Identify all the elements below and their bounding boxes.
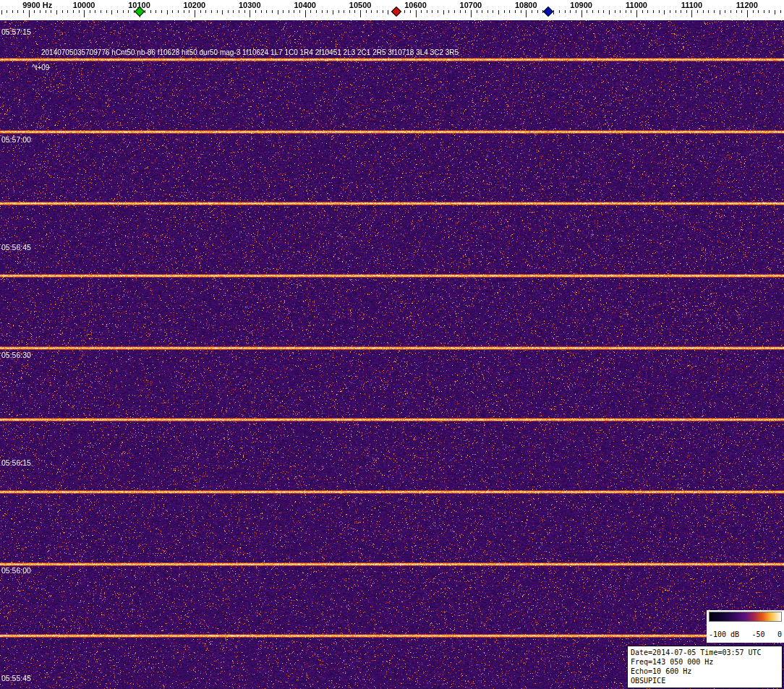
waterfall-area: 20140705035709776 hCnt50 nb-86 f10628 hi… xyxy=(0,20,784,689)
freq-tick-label: 10400 xyxy=(294,1,316,9)
freq-tick xyxy=(128,10,129,13)
colorbar-legend: -100 dB -50 0 xyxy=(707,610,784,643)
freq-tick xyxy=(349,10,350,13)
freq-tick xyxy=(338,10,339,13)
info-date-line: Date=2014-07-05 Time=03:57 UTC xyxy=(631,648,779,657)
freq-tick xyxy=(714,10,715,13)
freq-tick xyxy=(576,10,576,13)
freq-tick xyxy=(592,10,593,13)
freq-tick xyxy=(250,10,250,17)
colorbar-mid-label: -50 xyxy=(752,630,765,638)
freq-tick xyxy=(377,10,378,13)
freq-tick xyxy=(195,10,195,17)
freq-tick xyxy=(7,10,7,13)
freq-tick xyxy=(482,10,482,13)
freq-tick xyxy=(653,10,654,13)
freq-tick xyxy=(310,10,311,13)
freq-tick xyxy=(233,10,234,13)
freq-tick xyxy=(56,10,57,14)
freq-tick xyxy=(504,10,505,13)
freq-tick xyxy=(659,10,660,13)
freq-tick xyxy=(515,10,516,13)
time-tick-label: 05:57:15 xyxy=(1,27,31,36)
freq-tick-label: 10900 xyxy=(570,1,592,9)
freq-tick xyxy=(581,10,582,17)
freq-tick xyxy=(388,10,388,14)
freq-tick xyxy=(410,10,411,13)
freq-tick xyxy=(222,10,223,14)
freq-tick-label: 11100 xyxy=(681,1,702,9)
freq-tick xyxy=(145,10,145,13)
freq-tick-label: 10300 xyxy=(239,1,261,9)
freq-tick xyxy=(239,10,239,13)
freq-tick xyxy=(664,10,665,14)
freq-tick xyxy=(150,10,151,13)
freq-tick xyxy=(211,10,212,13)
freq-tick xyxy=(172,10,173,13)
freq-tick xyxy=(383,10,383,13)
freq-tick xyxy=(404,10,405,13)
freq-tick xyxy=(620,10,621,13)
freq-tick-label: 10800 xyxy=(515,1,537,9)
colorbar-max-label: 0 xyxy=(777,630,782,638)
freq-tick xyxy=(184,10,184,13)
freq-tick xyxy=(255,10,256,13)
freq-tick xyxy=(40,10,41,13)
freq-tick xyxy=(316,10,317,13)
freq-tick xyxy=(537,10,538,13)
freq-tick xyxy=(725,10,725,13)
freq-tick xyxy=(686,10,687,13)
freq-tick xyxy=(443,10,444,14)
frequency-ruler[interactable]: 9900 Hz100001010010200103001040010500106… xyxy=(0,0,784,20)
freq-tick xyxy=(553,10,554,14)
freq-tick xyxy=(460,10,461,13)
freq-tick-label: 10500 xyxy=(349,1,372,9)
freq-tick xyxy=(189,10,189,13)
freq-tick xyxy=(753,10,754,13)
info-station-line: OBSUPICE xyxy=(631,676,779,685)
freq-tick-label: 9900 Hz xyxy=(22,1,52,9)
freq-tick-label: 11000 xyxy=(626,1,647,9)
freq-tick xyxy=(720,10,720,14)
freq-tick xyxy=(244,10,245,13)
freq-tick xyxy=(178,10,179,13)
freq-tick xyxy=(697,10,698,13)
freq-tick xyxy=(167,10,168,14)
freq-tick xyxy=(289,10,289,13)
freq-tick xyxy=(90,10,90,13)
time-tick-label: 05:56:30 xyxy=(1,351,31,359)
freq-tick xyxy=(736,10,737,13)
freq-tick xyxy=(155,10,156,13)
info-freq-line: Freq=143 050 000 Hz xyxy=(631,657,779,667)
freq-tick xyxy=(205,10,206,13)
freq-tick xyxy=(1,10,2,14)
freq-tick xyxy=(366,10,367,13)
freq-tick xyxy=(84,10,85,17)
freq-tick xyxy=(631,10,631,13)
freq-tick xyxy=(676,10,676,13)
freq-tick xyxy=(305,10,306,17)
freq-tick xyxy=(228,10,229,13)
time-tick-label: 05:57:00 xyxy=(1,135,31,144)
freq-tick xyxy=(95,10,95,13)
freq-tick xyxy=(598,10,599,13)
freq-tick xyxy=(371,10,372,13)
freq-tick xyxy=(521,10,521,13)
freq-tick xyxy=(111,10,112,14)
freq-tick xyxy=(354,10,355,13)
red-frequency-marker-icon[interactable] xyxy=(391,7,401,17)
freq-tick xyxy=(294,10,294,13)
time-tick-label: 05:56:00 xyxy=(1,566,31,575)
freq-tick xyxy=(123,10,124,13)
freq-tick xyxy=(769,10,770,13)
freq-tick xyxy=(51,10,51,13)
freq-tick xyxy=(615,10,615,13)
freq-tick xyxy=(758,10,759,13)
freq-tick xyxy=(117,10,118,13)
blue-frequency-marker-icon[interactable] xyxy=(543,7,553,17)
freq-tick xyxy=(278,10,278,14)
freq-tick xyxy=(299,10,300,13)
freq-tick xyxy=(477,10,477,13)
freq-tick xyxy=(747,10,748,17)
freq-tick xyxy=(73,10,74,13)
